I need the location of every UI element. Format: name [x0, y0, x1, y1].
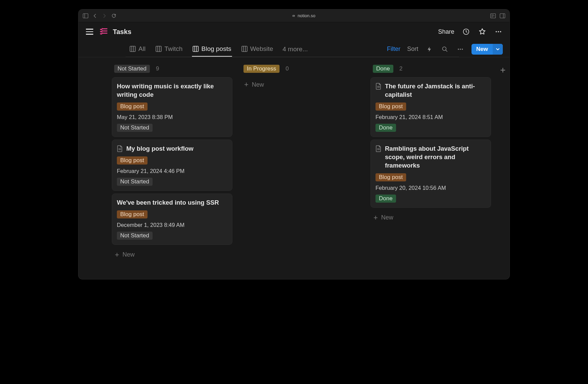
svg-point-9	[496, 31, 497, 32]
add-card-label: New	[123, 251, 135, 258]
svg-rect-21	[242, 46, 247, 52]
column-status-pill[interactable]: In Progress	[243, 65, 280, 73]
tab-blog-posts[interactable]: Blog posts	[192, 42, 232, 57]
add-card-button[interactable]: +New	[241, 78, 361, 92]
card-tag: Blog post	[117, 210, 148, 218]
svg-point-11	[500, 31, 501, 32]
plus-icon: +	[115, 251, 119, 259]
column-status-pill[interactable]: Not Started	[114, 65, 150, 73]
automation-icon[interactable]	[425, 45, 434, 54]
column-done: Done2The future of Jamstack is anti-capi…	[371, 63, 491, 272]
tab-website[interactable]: Website	[241, 42, 274, 57]
card-status: Done	[375, 195, 396, 203]
add-card-label: New	[252, 81, 264, 88]
column-header: In Progress0	[241, 63, 361, 78]
column-count: 0	[286, 65, 289, 72]
back-icon[interactable]	[92, 13, 98, 19]
add-card-label: New	[381, 214, 393, 221]
search-icon[interactable]	[440, 45, 449, 54]
svg-rect-0	[83, 13, 88, 18]
card-title: We've been tricked into using SSR	[117, 199, 219, 207]
card-status: Not Started	[117, 178, 153, 186]
card-date: December 1, 2023 8:49 AM	[117, 222, 227, 228]
svg-point-10	[498, 31, 499, 32]
new-button[interactable]: New	[471, 44, 503, 55]
card[interactable]: The future of Jamstack is anti-capitalis…	[371, 78, 491, 137]
column-not-started: Not Started9How writing music is exactly…	[112, 63, 232, 272]
card-status: Done	[375, 124, 396, 132]
app-window: notion.so Tasks Share	[78, 9, 510, 279]
card-tag: Blog post	[375, 102, 406, 111]
browser-chrome: notion.so	[78, 9, 510, 22]
column-header: Not Started9	[112, 63, 232, 78]
updates-icon[interactable]	[462, 27, 470, 36]
card-status: Not Started	[117, 124, 153, 132]
url-bar[interactable]: notion.so	[292, 13, 316, 18]
card[interactable]: My blog post workflowBlog postFebruary 2…	[112, 140, 232, 190]
card-date: February 20, 2024 10:56 AM	[375, 185, 486, 191]
tab-label: Twitch	[164, 45, 183, 53]
card-tag: Blog post	[117, 102, 148, 111]
card-title: How writing music is exactly like writin…	[117, 82, 227, 99]
page-icon	[99, 27, 108, 36]
page-title[interactable]: Tasks	[113, 28, 131, 36]
svg-point-28	[462, 49, 463, 50]
add-card-button[interactable]: +New	[112, 248, 232, 262]
view-options-icon[interactable]	[456, 45, 465, 54]
page-doc-icon	[375, 145, 382, 170]
view-tabs: AllTwitchBlog postsWebsite 4 more... Fil…	[78, 41, 510, 57]
share-button[interactable]: Share	[438, 28, 454, 35]
tab-label: Website	[250, 45, 273, 53]
svg-point-26	[458, 49, 459, 50]
svg-rect-6	[500, 13, 505, 18]
page-doc-icon	[375, 83, 382, 99]
url-host: notion.so	[298, 13, 316, 18]
add-column-button[interactable]: +	[500, 63, 505, 272]
more-icon[interactable]	[494, 27, 503, 36]
menu-button[interactable]	[85, 27, 95, 36]
tabs-icon[interactable]	[499, 13, 505, 19]
card-date: May 21, 2023 8:38 PM	[117, 114, 227, 120]
column-header: Done2	[371, 63, 491, 78]
forward-icon	[101, 13, 107, 19]
tab-all[interactable]: All	[129, 42, 146, 57]
tab-twitch[interactable]: Twitch	[155, 42, 183, 57]
card-title: Ramblings about JavaScript scope, weird …	[385, 145, 486, 170]
svg-rect-18	[193, 46, 198, 52]
sidebar-toggle-icon[interactable]	[83, 13, 89, 19]
card-date: February 21, 2024 4:46 PM	[117, 168, 227, 174]
svg-line-25	[446, 50, 447, 51]
plus-icon: +	[373, 214, 378, 221]
svg-rect-15	[156, 46, 161, 52]
tab-label: All	[138, 45, 145, 53]
board: Not Started9How writing music is exactly…	[78, 57, 510, 279]
reader-icon[interactable]	[490, 13, 496, 19]
column-status-pill[interactable]: Done	[373, 65, 393, 73]
filter-button[interactable]: Filter	[387, 46, 400, 53]
app-bar: Tasks Share	[78, 22, 510, 41]
card[interactable]: How writing music is exactly like writin…	[112, 78, 232, 137]
card-tag: Blog post	[375, 173, 406, 181]
new-button-dropdown[interactable]	[493, 44, 503, 55]
column-in-progress: In Progress0+New	[241, 63, 361, 272]
tabs-overflow[interactable]: 4 more...	[283, 46, 308, 53]
new-button-label: New	[471, 44, 493, 55]
svg-rect-12	[130, 46, 135, 52]
column-count: 2	[399, 65, 402, 72]
card-date: February 21, 2024 8:51 AM	[375, 114, 486, 120]
plus-icon: +	[244, 81, 249, 88]
svg-point-27	[460, 49, 461, 50]
card-title: My blog post workflow	[126, 145, 193, 153]
reload-icon[interactable]	[111, 13, 117, 19]
page-doc-icon	[117, 145, 123, 153]
add-card-button[interactable]: +New	[371, 211, 491, 225]
card[interactable]: Ramblings about JavaScript scope, weird …	[371, 140, 491, 207]
card[interactable]: We've been tricked into using SSRBlog po…	[112, 194, 232, 244]
card-tag: Blog post	[117, 156, 148, 165]
column-count: 9	[156, 65, 159, 72]
favorite-icon[interactable]	[478, 27, 487, 36]
sort-button[interactable]: Sort	[407, 46, 418, 53]
card-title: The future of Jamstack is anti-capitalis…	[385, 82, 486, 99]
card-status: Not Started	[117, 232, 153, 240]
tab-label: Blog posts	[201, 45, 231, 53]
